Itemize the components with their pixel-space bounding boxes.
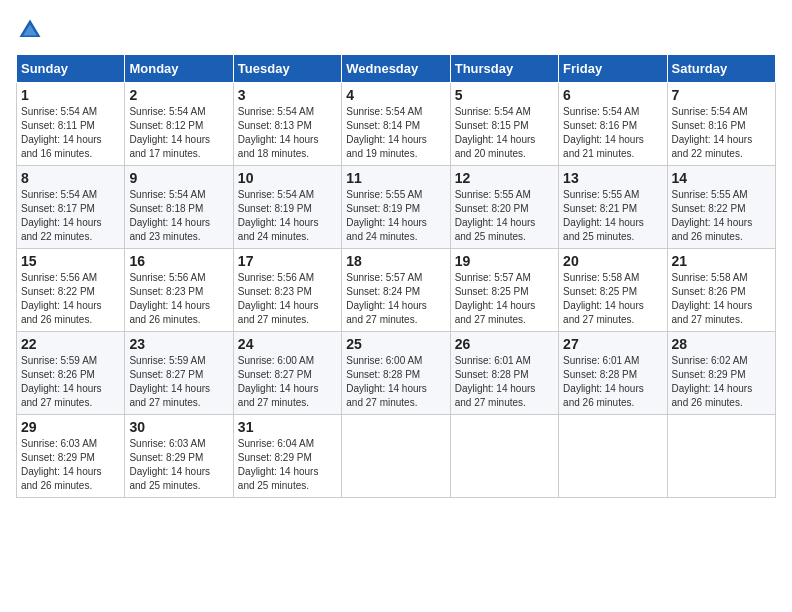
day-cell	[667, 415, 775, 498]
day-info: Sunrise: 5:54 AMSunset: 8:13 PMDaylight:…	[238, 105, 337, 161]
day-cell: 18Sunrise: 5:57 AMSunset: 8:24 PMDayligh…	[342, 249, 450, 332]
day-cell: 19Sunrise: 5:57 AMSunset: 8:25 PMDayligh…	[450, 249, 558, 332]
day-cell: 3Sunrise: 5:54 AMSunset: 8:13 PMDaylight…	[233, 83, 341, 166]
day-info: Sunrise: 5:54 AMSunset: 8:16 PMDaylight:…	[672, 105, 771, 161]
header-wednesday: Wednesday	[342, 55, 450, 83]
day-cell	[559, 415, 667, 498]
day-number: 8	[21, 170, 120, 186]
header-saturday: Saturday	[667, 55, 775, 83]
day-cell: 9Sunrise: 5:54 AMSunset: 8:18 PMDaylight…	[125, 166, 233, 249]
day-info: Sunrise: 5:59 AMSunset: 8:26 PMDaylight:…	[21, 354, 120, 410]
day-cell: 20Sunrise: 5:58 AMSunset: 8:25 PMDayligh…	[559, 249, 667, 332]
day-info: Sunrise: 5:57 AMSunset: 8:24 PMDaylight:…	[346, 271, 445, 327]
header-thursday: Thursday	[450, 55, 558, 83]
day-number: 4	[346, 87, 445, 103]
week-row-4: 22Sunrise: 5:59 AMSunset: 8:26 PMDayligh…	[17, 332, 776, 415]
day-info: Sunrise: 5:55 AMSunset: 8:22 PMDaylight:…	[672, 188, 771, 244]
day-cell: 10Sunrise: 5:54 AMSunset: 8:19 PMDayligh…	[233, 166, 341, 249]
day-info: Sunrise: 6:01 AMSunset: 8:28 PMDaylight:…	[563, 354, 662, 410]
header-sunday: Sunday	[17, 55, 125, 83]
day-cell: 1Sunrise: 5:54 AMSunset: 8:11 PMDaylight…	[17, 83, 125, 166]
day-cell: 17Sunrise: 5:56 AMSunset: 8:23 PMDayligh…	[233, 249, 341, 332]
header-tuesday: Tuesday	[233, 55, 341, 83]
day-info: Sunrise: 6:01 AMSunset: 8:28 PMDaylight:…	[455, 354, 554, 410]
day-info: Sunrise: 5:58 AMSunset: 8:25 PMDaylight:…	[563, 271, 662, 327]
page-header	[16, 16, 776, 44]
day-info: Sunrise: 5:54 AMSunset: 8:16 PMDaylight:…	[563, 105, 662, 161]
day-cell: 25Sunrise: 6:00 AMSunset: 8:28 PMDayligh…	[342, 332, 450, 415]
day-number: 13	[563, 170, 662, 186]
week-row-3: 15Sunrise: 5:56 AMSunset: 8:22 PMDayligh…	[17, 249, 776, 332]
day-number: 20	[563, 253, 662, 269]
day-number: 22	[21, 336, 120, 352]
day-cell: 30Sunrise: 6:03 AMSunset: 8:29 PMDayligh…	[125, 415, 233, 498]
day-info: Sunrise: 5:54 AMSunset: 8:18 PMDaylight:…	[129, 188, 228, 244]
day-cell: 27Sunrise: 6:01 AMSunset: 8:28 PMDayligh…	[559, 332, 667, 415]
day-number: 27	[563, 336, 662, 352]
day-info: Sunrise: 5:56 AMSunset: 8:23 PMDaylight:…	[129, 271, 228, 327]
day-cell: 6Sunrise: 5:54 AMSunset: 8:16 PMDaylight…	[559, 83, 667, 166]
calendar-header-row: SundayMondayTuesdayWednesdayThursdayFrid…	[17, 55, 776, 83]
day-number: 15	[21, 253, 120, 269]
day-number: 17	[238, 253, 337, 269]
day-cell: 31Sunrise: 6:04 AMSunset: 8:29 PMDayligh…	[233, 415, 341, 498]
day-number: 1	[21, 87, 120, 103]
day-number: 24	[238, 336, 337, 352]
day-number: 16	[129, 253, 228, 269]
day-cell: 23Sunrise: 5:59 AMSunset: 8:27 PMDayligh…	[125, 332, 233, 415]
day-number: 19	[455, 253, 554, 269]
day-number: 29	[21, 419, 120, 435]
day-info: Sunrise: 5:55 AMSunset: 8:21 PMDaylight:…	[563, 188, 662, 244]
day-cell: 14Sunrise: 5:55 AMSunset: 8:22 PMDayligh…	[667, 166, 775, 249]
day-cell: 4Sunrise: 5:54 AMSunset: 8:14 PMDaylight…	[342, 83, 450, 166]
day-cell: 8Sunrise: 5:54 AMSunset: 8:17 PMDaylight…	[17, 166, 125, 249]
day-info: Sunrise: 5:59 AMSunset: 8:27 PMDaylight:…	[129, 354, 228, 410]
day-number: 7	[672, 87, 771, 103]
day-cell: 2Sunrise: 5:54 AMSunset: 8:12 PMDaylight…	[125, 83, 233, 166]
day-number: 31	[238, 419, 337, 435]
day-info: Sunrise: 5:58 AMSunset: 8:26 PMDaylight:…	[672, 271, 771, 327]
day-cell: 26Sunrise: 6:01 AMSunset: 8:28 PMDayligh…	[450, 332, 558, 415]
day-info: Sunrise: 6:00 AMSunset: 8:28 PMDaylight:…	[346, 354, 445, 410]
day-number: 25	[346, 336, 445, 352]
header-friday: Friday	[559, 55, 667, 83]
day-info: Sunrise: 6:00 AMSunset: 8:27 PMDaylight:…	[238, 354, 337, 410]
day-info: Sunrise: 5:56 AMSunset: 8:23 PMDaylight:…	[238, 271, 337, 327]
header-monday: Monday	[125, 55, 233, 83]
day-cell: 29Sunrise: 6:03 AMSunset: 8:29 PMDayligh…	[17, 415, 125, 498]
day-info: Sunrise: 5:54 AMSunset: 8:15 PMDaylight:…	[455, 105, 554, 161]
day-cell: 5Sunrise: 5:54 AMSunset: 8:15 PMDaylight…	[450, 83, 558, 166]
day-number: 3	[238, 87, 337, 103]
day-info: Sunrise: 5:54 AMSunset: 8:14 PMDaylight:…	[346, 105, 445, 161]
day-number: 2	[129, 87, 228, 103]
week-row-2: 8Sunrise: 5:54 AMSunset: 8:17 PMDaylight…	[17, 166, 776, 249]
logo-icon	[16, 16, 44, 44]
day-number: 5	[455, 87, 554, 103]
day-number: 6	[563, 87, 662, 103]
day-info: Sunrise: 6:03 AMSunset: 8:29 PMDaylight:…	[21, 437, 120, 493]
day-info: Sunrise: 6:03 AMSunset: 8:29 PMDaylight:…	[129, 437, 228, 493]
day-cell: 11Sunrise: 5:55 AMSunset: 8:19 PMDayligh…	[342, 166, 450, 249]
week-row-1: 1Sunrise: 5:54 AMSunset: 8:11 PMDaylight…	[17, 83, 776, 166]
week-row-5: 29Sunrise: 6:03 AMSunset: 8:29 PMDayligh…	[17, 415, 776, 498]
day-number: 28	[672, 336, 771, 352]
day-number: 21	[672, 253, 771, 269]
day-info: Sunrise: 5:54 AMSunset: 8:19 PMDaylight:…	[238, 188, 337, 244]
logo	[16, 16, 48, 44]
day-number: 26	[455, 336, 554, 352]
day-info: Sunrise: 6:02 AMSunset: 8:29 PMDaylight:…	[672, 354, 771, 410]
day-number: 23	[129, 336, 228, 352]
day-cell: 21Sunrise: 5:58 AMSunset: 8:26 PMDayligh…	[667, 249, 775, 332]
day-number: 30	[129, 419, 228, 435]
day-cell: 12Sunrise: 5:55 AMSunset: 8:20 PMDayligh…	[450, 166, 558, 249]
day-number: 11	[346, 170, 445, 186]
day-number: 12	[455, 170, 554, 186]
day-info: Sunrise: 5:54 AMSunset: 8:17 PMDaylight:…	[21, 188, 120, 244]
day-info: Sunrise: 6:04 AMSunset: 8:29 PMDaylight:…	[238, 437, 337, 493]
day-info: Sunrise: 5:57 AMSunset: 8:25 PMDaylight:…	[455, 271, 554, 327]
day-info: Sunrise: 5:55 AMSunset: 8:19 PMDaylight:…	[346, 188, 445, 244]
day-cell: 28Sunrise: 6:02 AMSunset: 8:29 PMDayligh…	[667, 332, 775, 415]
calendar-table: SundayMondayTuesdayWednesdayThursdayFrid…	[16, 54, 776, 498]
day-number: 14	[672, 170, 771, 186]
day-cell: 7Sunrise: 5:54 AMSunset: 8:16 PMDaylight…	[667, 83, 775, 166]
